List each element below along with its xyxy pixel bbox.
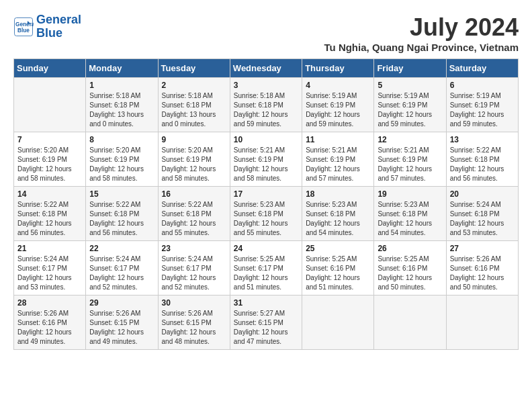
calendar-week-row: 14Sunrise: 5:22 AM Sunset: 6:18 PM Dayli…	[14, 187, 519, 241]
day-info: Sunrise: 5:19 AM Sunset: 6:19 PM Dayligh…	[306, 91, 370, 129]
day-info: Sunrise: 5:20 AM Sunset: 6:19 PM Dayligh…	[17, 146, 82, 183]
calendar-week-row: 1Sunrise: 5:18 AM Sunset: 6:18 PM Daylig…	[14, 78, 519, 132]
day-info: Sunrise: 5:23 AM Sunset: 6:18 PM Dayligh…	[306, 200, 370, 238]
day-number: 13	[450, 135, 515, 144]
month-year-title: July 2024	[324, 13, 519, 42]
day-number: 20	[450, 189, 515, 199]
day-number: 16	[162, 189, 226, 199]
col-wednesday: Wednesday	[230, 59, 302, 78]
day-number: 7	[17, 135, 82, 144]
logo: General Blue GeneralBlue	[13, 13, 81, 40]
calendar-cell: 18Sunrise: 5:23 AM Sunset: 6:18 PM Dayli…	[302, 187, 374, 241]
calendar-cell: 28Sunrise: 5:26 AM Sunset: 6:16 PM Dayli…	[14, 295, 86, 350]
day-info: Sunrise: 5:25 AM Sunset: 6:17 PM Dayligh…	[234, 255, 298, 292]
day-number: 27	[450, 244, 515, 253]
calendar-cell: 23Sunrise: 5:24 AM Sunset: 6:17 PM Dayli…	[158, 241, 230, 295]
day-number: 23	[162, 244, 226, 253]
day-info: Sunrise: 5:20 AM Sunset: 6:19 PM Dayligh…	[162, 146, 226, 183]
day-info: Sunrise: 5:22 AM Sunset: 6:18 PM Dayligh…	[89, 200, 154, 238]
calendar-cell: 8Sunrise: 5:20 AM Sunset: 6:19 PM Daylig…	[86, 132, 158, 187]
calendar-cell: 15Sunrise: 5:22 AM Sunset: 6:18 PM Dayli…	[86, 187, 158, 241]
calendar-table: Sunday Monday Tuesday Wednesday Thursday…	[13, 58, 519, 350]
calendar-cell: 26Sunrise: 5:25 AM Sunset: 6:16 PM Dayli…	[374, 241, 446, 295]
calendar-cell: 1Sunrise: 5:18 AM Sunset: 6:18 PM Daylig…	[86, 78, 158, 132]
day-number: 17	[234, 189, 298, 199]
day-info: Sunrise: 5:25 AM Sunset: 6:16 PM Dayligh…	[306, 255, 370, 292]
day-number: 4	[306, 81, 370, 90]
col-friday: Friday	[374, 59, 446, 78]
calendar-cell	[374, 295, 446, 350]
calendar-cell: 16Sunrise: 5:22 AM Sunset: 6:18 PM Dayli…	[158, 187, 230, 241]
day-number: 21	[17, 244, 82, 253]
logo-icon: General Blue	[13, 17, 34, 37]
calendar-cell: 3Sunrise: 5:18 AM Sunset: 6:18 PM Daylig…	[230, 78, 302, 132]
calendar-body: 1Sunrise: 5:18 AM Sunset: 6:18 PM Daylig…	[14, 78, 519, 350]
calendar-cell: 29Sunrise: 5:26 AM Sunset: 6:15 PM Dayli…	[86, 295, 158, 350]
col-thursday: Thursday	[302, 59, 374, 78]
calendar-cell: 11Sunrise: 5:21 AM Sunset: 6:19 PM Dayli…	[302, 132, 374, 187]
day-info: Sunrise: 5:21 AM Sunset: 6:19 PM Dayligh…	[234, 146, 298, 183]
calendar-cell: 21Sunrise: 5:24 AM Sunset: 6:17 PM Dayli…	[14, 241, 86, 295]
day-number: 8	[89, 135, 154, 144]
day-info: Sunrise: 5:24 AM Sunset: 6:17 PM Dayligh…	[89, 255, 154, 292]
header-row: Sunday Monday Tuesday Wednesday Thursday…	[14, 59, 519, 78]
calendar-cell: 12Sunrise: 5:21 AM Sunset: 6:19 PM Dayli…	[374, 132, 446, 187]
day-number: 9	[162, 135, 226, 144]
calendar-cell: 6Sunrise: 5:19 AM Sunset: 6:19 PM Daylig…	[446, 78, 518, 132]
day-info: Sunrise: 5:18 AM Sunset: 6:18 PM Dayligh…	[162, 91, 226, 129]
calendar-cell: 19Sunrise: 5:23 AM Sunset: 6:18 PM Dayli…	[374, 187, 446, 241]
day-number: 3	[234, 81, 298, 90]
day-info: Sunrise: 5:26 AM Sunset: 6:15 PM Dayligh…	[162, 309, 226, 347]
day-number: 2	[162, 81, 226, 90]
day-number: 11	[306, 135, 370, 144]
day-info: Sunrise: 5:24 AM Sunset: 6:18 PM Dayligh…	[450, 200, 515, 238]
calendar-header: Sunday Monday Tuesday Wednesday Thursday…	[14, 59, 519, 78]
day-number: 26	[378, 244, 442, 253]
title-block: July 2024 Tu Nghia, Quang Ngai Province,…	[324, 13, 519, 53]
day-number: 24	[234, 244, 298, 253]
calendar-cell: 10Sunrise: 5:21 AM Sunset: 6:19 PM Dayli…	[230, 132, 302, 187]
calendar-cell: 22Sunrise: 5:24 AM Sunset: 6:17 PM Dayli…	[86, 241, 158, 295]
calendar-cell: 4Sunrise: 5:19 AM Sunset: 6:19 PM Daylig…	[302, 78, 374, 132]
calendar-cell	[446, 295, 518, 350]
day-info: Sunrise: 5:26 AM Sunset: 6:15 PM Dayligh…	[89, 309, 154, 347]
location-text: Tu Nghia, Quang Ngai Province, Vietnam	[324, 42, 519, 53]
day-number: 28	[17, 298, 82, 308]
calendar-cell: 30Sunrise: 5:26 AM Sunset: 6:15 PM Dayli…	[158, 295, 230, 350]
day-number: 31	[234, 298, 298, 308]
calendar-week-row: 7Sunrise: 5:20 AM Sunset: 6:19 PM Daylig…	[14, 132, 519, 187]
day-info: Sunrise: 5:26 AM Sunset: 6:16 PM Dayligh…	[17, 309, 82, 347]
day-number: 18	[306, 189, 370, 199]
col-tuesday: Tuesday	[158, 59, 230, 78]
calendar-cell: 7Sunrise: 5:20 AM Sunset: 6:19 PM Daylig…	[14, 132, 86, 187]
calendar-cell	[14, 78, 86, 132]
day-info: Sunrise: 5:23 AM Sunset: 6:18 PM Dayligh…	[378, 200, 442, 238]
col-sunday: Sunday	[14, 59, 86, 78]
calendar-week-row: 28Sunrise: 5:26 AM Sunset: 6:16 PM Dayli…	[14, 295, 519, 350]
calendar-cell: 13Sunrise: 5:22 AM Sunset: 6:18 PM Dayli…	[446, 132, 518, 187]
calendar-cell	[302, 295, 374, 350]
day-info: Sunrise: 5:18 AM Sunset: 6:18 PM Dayligh…	[234, 91, 298, 129]
calendar-cell: 17Sunrise: 5:23 AM Sunset: 6:18 PM Dayli…	[230, 187, 302, 241]
calendar-week-row: 21Sunrise: 5:24 AM Sunset: 6:17 PM Dayli…	[14, 241, 519, 295]
day-info: Sunrise: 5:22 AM Sunset: 6:18 PM Dayligh…	[162, 200, 226, 238]
page-header: General Blue GeneralBlue July 2024 Tu Ng…	[13, 13, 519, 53]
day-info: Sunrise: 5:27 AM Sunset: 6:15 PM Dayligh…	[234, 309, 298, 347]
day-number: 22	[89, 244, 154, 253]
calendar-cell: 27Sunrise: 5:26 AM Sunset: 6:16 PM Dayli…	[446, 241, 518, 295]
calendar-cell: 20Sunrise: 5:24 AM Sunset: 6:18 PM Dayli…	[446, 187, 518, 241]
day-number: 29	[89, 298, 154, 308]
col-monday: Monday	[86, 59, 158, 78]
day-info: Sunrise: 5:21 AM Sunset: 6:19 PM Dayligh…	[306, 146, 370, 183]
calendar-cell: 14Sunrise: 5:22 AM Sunset: 6:18 PM Dayli…	[14, 187, 86, 241]
col-saturday: Saturday	[446, 59, 518, 78]
day-number: 6	[450, 81, 515, 90]
day-number: 19	[378, 189, 442, 199]
calendar-cell: 31Sunrise: 5:27 AM Sunset: 6:15 PM Dayli…	[230, 295, 302, 350]
svg-text:General: General	[15, 21, 34, 27]
logo-text: GeneralBlue	[36, 13, 81, 40]
day-info: Sunrise: 5:20 AM Sunset: 6:19 PM Dayligh…	[89, 146, 154, 183]
day-number: 10	[234, 135, 298, 144]
day-number: 1	[89, 81, 154, 90]
day-number: 15	[89, 189, 154, 199]
